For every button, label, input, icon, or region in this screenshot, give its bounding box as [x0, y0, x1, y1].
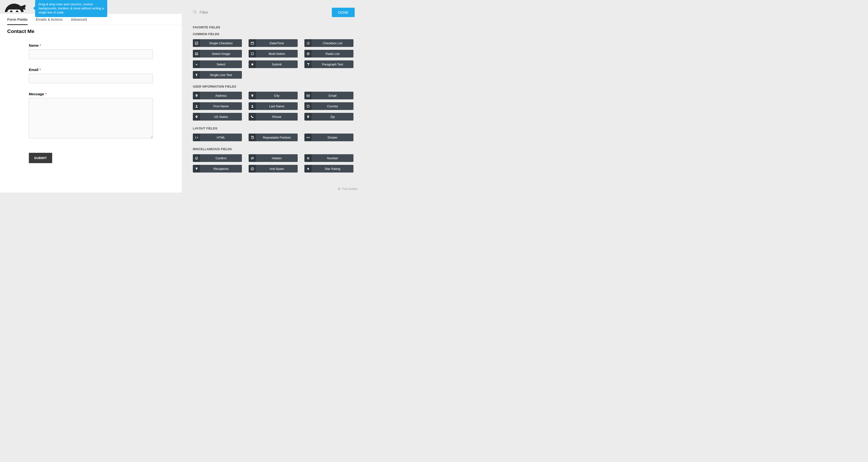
- field-label: Email *: [29, 68, 153, 72]
- svg-point-30: [193, 10, 196, 13]
- pin-icon: [249, 92, 256, 99]
- square-icon: [249, 50, 256, 58]
- calendar-icon: [249, 39, 256, 47]
- tile-label: Single Checkbox: [200, 41, 242, 45]
- section-heading: MISCELLANEOUS FIELDS: [193, 147, 355, 151]
- code-icon: [193, 134, 200, 141]
- filter-icon: [193, 165, 200, 173]
- hash-icon: [304, 154, 312, 162]
- field-tile-paragraph-text[interactable]: Paragraph Text: [304, 60, 353, 68]
- filter-input[interactable]: [199, 10, 248, 15]
- gear-icon: [337, 187, 341, 191]
- field-tile-us-states[interactable]: US States: [193, 113, 242, 120]
- tile-label: Select Image: [200, 52, 242, 56]
- list-icon: [304, 39, 312, 47]
- search-icon: [193, 10, 197, 15]
- tile-label: Divider: [312, 136, 353, 139]
- square-icon: [304, 102, 312, 110]
- field-tile-repeatable-fieldset[interactable]: Repeatable Fieldset: [249, 134, 298, 141]
- field-tile-country[interactable]: Country: [304, 102, 353, 110]
- field-tile-zip[interactable]: Zip: [304, 113, 353, 120]
- tile-label: Multi-Select: [256, 52, 298, 56]
- section-heading: USER INFORMATION FIELDS: [193, 85, 355, 88]
- email-input[interactable]: [29, 74, 153, 83]
- field-tile-date-time[interactable]: Date/Time: [249, 39, 298, 47]
- form-title: Contact Me: [0, 25, 182, 36]
- arrows-icon: [304, 134, 312, 141]
- paragraph-icon: [304, 60, 312, 68]
- field-tile-confirm[interactable]: Confirm: [193, 154, 242, 162]
- tile-label: Paragraph Text: [312, 63, 353, 66]
- tile-label: Hidden: [256, 156, 298, 160]
- tile-label: HTML: [200, 136, 242, 139]
- tile-label: Email: [312, 94, 353, 97]
- field-tile-phone[interactable]: Phone: [249, 113, 298, 120]
- fullscreen-toggle[interactable]: Full screen: [337, 187, 358, 191]
- submit-button[interactable]: SUBMIT: [29, 153, 52, 163]
- promo-tooltip: Drag & drop rows and columns, custom bac…: [35, 0, 107, 17]
- ban-icon: [249, 165, 256, 173]
- field-tile-single-line-text[interactable]: Single Line Text: [193, 71, 242, 79]
- field-tile-html[interactable]: HTML: [193, 134, 242, 141]
- field-tile-number[interactable]: Number: [304, 154, 353, 162]
- tile-label: Single Line Text: [200, 73, 242, 77]
- tab-advanced[interactable]: Advanced: [71, 17, 87, 25]
- field-tile-checkbox-list[interactable]: Checkbox List: [304, 39, 353, 47]
- tab-form-fields[interactable]: Form Fields: [7, 17, 28, 25]
- svg-rect-27: [7, 9, 21, 12]
- field-tile-email[interactable]: Email: [304, 92, 353, 99]
- copy-icon: [249, 134, 256, 141]
- field-tile-last-name[interactable]: Last Name: [249, 102, 298, 110]
- tile-label: Checkbox List: [312, 41, 353, 45]
- field-tile-select-image[interactable]: Select Image: [193, 50, 242, 58]
- done-button[interactable]: DONE: [332, 8, 355, 17]
- field-tile-city[interactable]: City: [249, 92, 298, 99]
- field-tile-divider[interactable]: Divider: [304, 134, 353, 141]
- tile-label: Address: [200, 94, 242, 97]
- field-tile-star-rating[interactable]: Star Rating: [304, 165, 353, 173]
- tile-label: Select: [200, 63, 242, 66]
- text-icon: [193, 71, 200, 79]
- field-tile-first-name[interactable]: First Name: [193, 102, 242, 110]
- field-tile-single-checkbox[interactable]: Single Checkbox: [193, 39, 242, 47]
- tile-label: Last Name: [256, 105, 298, 108]
- fullscreen-label: Full screen: [342, 187, 358, 191]
- section-heading: COMMON FIELDS: [193, 32, 355, 36]
- tile-label: Number: [312, 156, 353, 160]
- svg-line-31: [195, 12, 197, 14]
- field-tile-radio-list[interactable]: Radio List: [304, 50, 353, 58]
- tab-emails-actions[interactable]: Emails & Actions: [36, 17, 63, 25]
- tile-label: Phone: [256, 115, 298, 119]
- tile-label: City: [256, 94, 298, 97]
- pin-icon: [304, 113, 312, 120]
- tile-label: Star Rating: [312, 167, 353, 171]
- pin-icon: [193, 92, 200, 99]
- field-tile-hidden[interactable]: Hidden: [249, 154, 298, 162]
- eye-off-icon: [249, 154, 256, 162]
- check-circle-icon: [193, 154, 200, 162]
- envelope-icon: [304, 92, 312, 99]
- tile-label: First Name: [200, 105, 242, 108]
- phone-icon: [249, 113, 256, 120]
- tile-label: Repeatable Fieldset: [256, 136, 298, 139]
- message-input[interactable]: [29, 98, 153, 138]
- tile-label: Confirm: [200, 156, 242, 160]
- user-icon: [193, 102, 200, 110]
- square-fill-icon: [249, 60, 256, 68]
- section-heading: LAYOUT FIELDS: [193, 127, 355, 130]
- field-tile-select[interactable]: Select: [193, 60, 242, 68]
- tile-label: Date/Time: [256, 41, 298, 45]
- field-tile-submit[interactable]: Submit: [249, 60, 298, 68]
- tile-label: Radio List: [312, 52, 353, 56]
- field-tile-anti-spam[interactable]: Anti-Spam: [249, 165, 298, 173]
- user-icon: [249, 102, 256, 110]
- pin-icon: [193, 113, 200, 120]
- checkbox-icon: [193, 39, 200, 47]
- image-icon: [193, 50, 200, 58]
- field-tile-recaptcha[interactable]: Recaptcha: [193, 165, 242, 173]
- name-input[interactable]: [29, 49, 153, 59]
- svg-point-32: [339, 189, 340, 190]
- field-tile-multi-select[interactable]: Multi-Select: [249, 50, 298, 58]
- field-tile-address[interactable]: Address: [193, 92, 242, 99]
- radio-icon: [304, 50, 312, 58]
